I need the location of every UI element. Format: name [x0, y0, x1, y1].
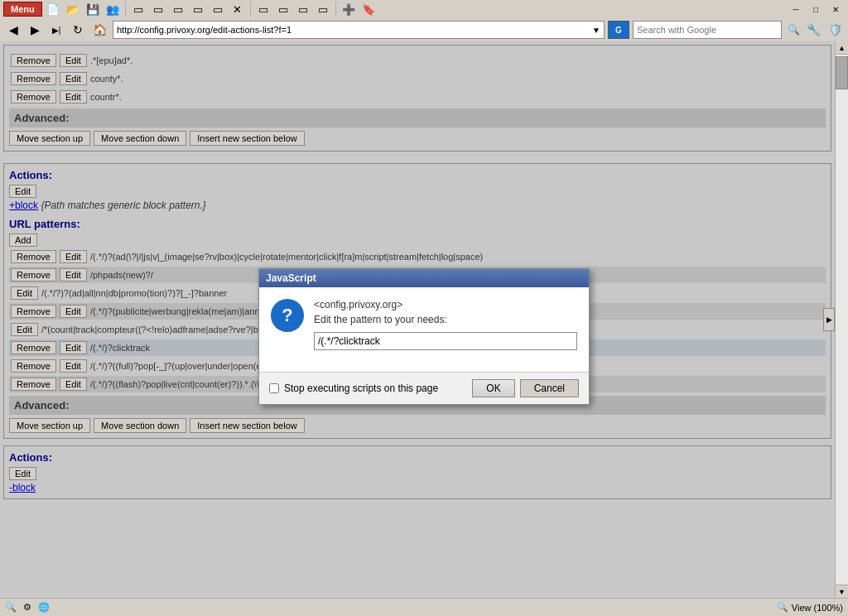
section3-block-text: -block	[9, 482, 826, 493]
edit-row: Edit	[9, 185, 826, 198]
address-bar[interactable]: ▼	[113, 21, 605, 39]
status-right: 🔍 View (100%)	[777, 602, 843, 613]
toolbar-maximize[interactable]: □	[807, 1, 825, 17]
move-down-button[interactable]: Move section down	[94, 131, 186, 146]
insert-section-button-2[interactable]: Insert new section below	[190, 418, 304, 433]
menu-button[interactable]: Menu	[3, 2, 42, 17]
remove-button[interactable]: Remove	[11, 54, 56, 67]
dialog-input[interactable]	[314, 332, 577, 350]
toolbar-icon-7[interactable]: ▭	[169, 1, 187, 17]
move-up-button-2[interactable]: Move section up	[9, 418, 90, 433]
dialog-body: ? <config.privoxy.org> Edit the pattern …	[259, 287, 589, 372]
toolbar-icon-13[interactable]: ▭	[314, 1, 332, 17]
address-input[interactable]	[117, 25, 592, 35]
forward-button[interactable]: ▶	[25, 21, 45, 39]
pattern-text: .*[epu]ad*.	[90, 55, 824, 65]
remove-button[interactable]: Remove	[11, 90, 56, 103]
edit-button[interactable]: Edit	[60, 54, 87, 67]
edit-button[interactable]: Edit	[60, 72, 87, 85]
edit-button[interactable]: Edit	[60, 305, 87, 318]
addon-button[interactable]: 🛡️	[825, 21, 845, 39]
home-button[interactable]: 🏠	[89, 21, 109, 39]
scroll-thumb[interactable]	[836, 56, 848, 89]
remove-button[interactable]: Remove	[11, 378, 56, 391]
search-bar[interactable]	[633, 21, 782, 39]
refresh-button[interactable]: ↻	[68, 21, 88, 39]
status-left: 🔍 ⚙ 🌐	[5, 602, 50, 613]
status-icon-1[interactable]: 🔍	[5, 602, 17, 613]
address-dropdown-icon[interactable]: ▼	[592, 26, 600, 35]
dialog-ok-button[interactable]: OK	[472, 379, 514, 397]
scrollbar[interactable]: ▲ ▼	[835, 41, 848, 598]
dialog-footer-left: Stop executing scripts on this page	[269, 383, 438, 394]
section3-edit-button[interactable]: Edit	[9, 467, 36, 480]
page-content: Remove Edit .*[epu]ad*. Remove Edit coun…	[0, 41, 848, 598]
dialog-title: JavaScript	[266, 272, 316, 284]
move-up-button[interactable]: Move section up	[9, 131, 90, 146]
toolbar-new-tab[interactable]: 📄	[44, 1, 62, 17]
javascript-dialog: JavaScript ? <config.privoxy.org> Edit t…	[258, 268, 590, 405]
insert-section-button[interactable]: Insert new section below	[190, 131, 304, 146]
dialog-title-bar: JavaScript	[259, 269, 589, 287]
move-down-button-2[interactable]: Move section down	[94, 418, 186, 433]
toolbar-icon-5[interactable]: ▭	[129, 1, 147, 17]
remove-button[interactable]: Remove	[11, 268, 56, 282]
remove-button[interactable]: Remove	[11, 250, 56, 263]
block-desc: {Path matches generic block pattern.}	[41, 200, 205, 211]
section3-block-link[interactable]: -block	[9, 482, 36, 493]
toolbar-people[interactable]: 👥	[104, 1, 122, 17]
edit-button[interactable]: Edit	[11, 286, 38, 300]
tools-button[interactable]: 🔧	[803, 21, 823, 39]
side-arrow[interactable]: ▶	[823, 308, 835, 331]
toolbar-icon-8[interactable]: ▭	[189, 1, 207, 17]
back-button[interactable]: ◀	[3, 21, 23, 39]
dialog-icon-row: ? <config.privoxy.org> Edit the pattern …	[271, 299, 577, 350]
toolbar-icon-x[interactable]: ✕	[229, 1, 247, 17]
actions-title: Actions:	[9, 169, 826, 181]
toolbar-icon-12[interactable]: ▭	[294, 1, 312, 17]
toolbar-minimize[interactable]: ─	[787, 1, 805, 17]
toolbar-open[interactable]: 📂	[64, 1, 82, 17]
toolbar-icon-6[interactable]: ▭	[149, 1, 167, 17]
edit-button[interactable]: Edit	[60, 378, 87, 391]
forward-more-button[interactable]: ▶|	[46, 21, 66, 39]
edit-button[interactable]: Edit	[60, 359, 87, 373]
edit-button[interactable]: Edit	[60, 268, 87, 282]
stop-scripts-label: Stop executing scripts on this page	[284, 383, 438, 394]
toolbar-icon-9[interactable]: ▭	[209, 1, 227, 17]
scroll-up-button[interactable]: ▲	[836, 41, 848, 55]
view-label: View (100%)	[792, 603, 843, 613]
dialog-cancel-button[interactable]: Cancel	[520, 379, 579, 397]
status-icon-2[interactable]: ⚙	[23, 602, 31, 613]
dialog-site: <config.privoxy.org>	[314, 299, 577, 310]
edit-button[interactable]: Edit	[60, 90, 87, 103]
search-go-button[interactable]: 🔍	[785, 22, 802, 38]
remove-button[interactable]: Remove	[11, 359, 56, 373]
remove-button[interactable]: Remove	[11, 341, 56, 354]
toolbar-bookmark[interactable]: 🔖	[359, 1, 378, 17]
nav-bar: ◀ ▶ ▶| ↻ 🏠 ▼ G 🔍 🔧 🛡️	[0, 18, 848, 41]
search-engine-icon[interactable]: G	[608, 21, 629, 39]
stop-scripts-checkbox[interactable]	[269, 383, 279, 393]
actions-edit-button[interactable]: Edit	[9, 185, 36, 198]
status-icon-3[interactable]: 🌐	[38, 602, 50, 613]
table-row: Remove Edit county*.	[9, 70, 826, 87]
block-link[interactable]: +block	[9, 200, 38, 211]
scroll-down-button[interactable]: ▼	[836, 585, 848, 598]
remove-button[interactable]: Remove	[11, 305, 56, 318]
remove-button[interactable]: Remove	[11, 72, 56, 85]
edit-button[interactable]: Edit	[60, 250, 87, 263]
edit-button[interactable]: Edit	[11, 323, 38, 336]
search-input[interactable]	[634, 25, 781, 35]
section-buttons: Move section up Move section down Insert…	[9, 131, 826, 146]
toolbar-icon-11[interactable]: ▭	[274, 1, 292, 17]
toolbar-add[interactable]: ➕	[340, 1, 358, 17]
dialog-text-block: <config.privoxy.org> Edit the pattern to…	[314, 299, 577, 350]
toolbar-icon-10[interactable]: ▭	[254, 1, 272, 17]
toolbar-close[interactable]: ✕	[826, 1, 845, 17]
add-button[interactable]: Add	[9, 233, 37, 247]
edit-button[interactable]: Edit	[60, 341, 87, 354]
toolbar-separator-3	[335, 2, 336, 17]
section2-buttons: Move section up Move section down Insert…	[9, 418, 826, 433]
toolbar-save[interactable]: 💾	[84, 1, 102, 17]
